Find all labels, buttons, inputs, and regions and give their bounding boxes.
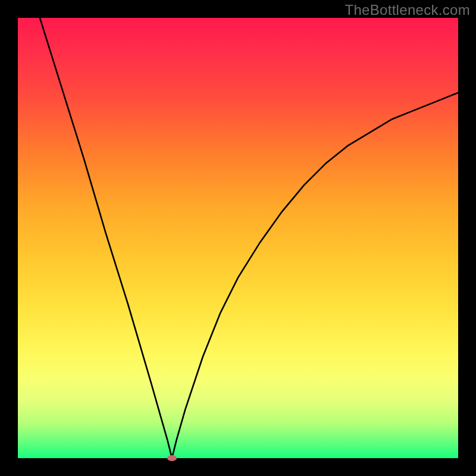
optimal-point-marker — [167, 455, 177, 461]
plot-area — [18, 18, 458, 458]
bottleneck-curve — [18, 18, 458, 458]
curve-path — [40, 18, 458, 458]
chart-frame: TheBottleneck.com — [0, 0, 476, 476]
watermark-text: TheBottleneck.com — [345, 2, 470, 18]
